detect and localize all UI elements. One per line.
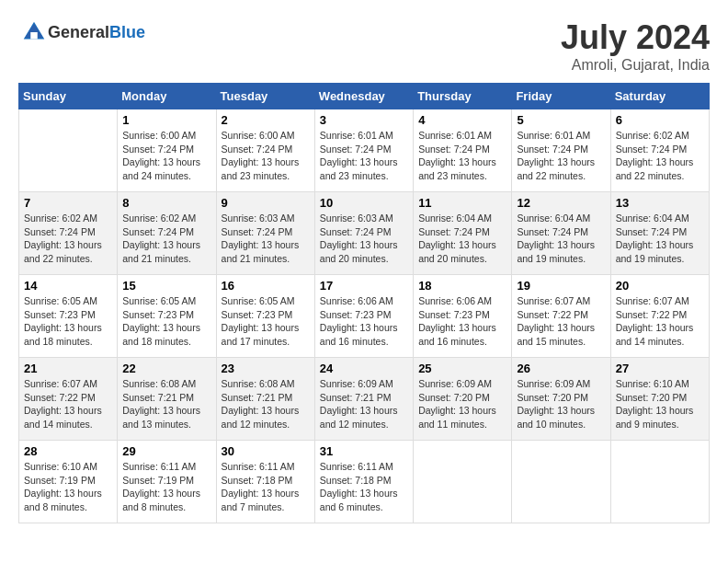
day-number: 22	[122, 362, 210, 375]
day-number: 2	[222, 113, 310, 127]
table-row: 1Sunrise: 6:00 AMSunset: 7:24 PMDaylight…	[118, 109, 216, 192]
day-info: Sunrise: 6:11 AMSunset: 7:18 PMDaylight:…	[222, 460, 310, 514]
table-row: 15Sunrise: 6:05 AMSunset: 7:23 PMDayligh…	[118, 275, 216, 358]
day-number: 23	[222, 362, 310, 375]
table-row: 29Sunrise: 6:11 AMSunset: 7:19 PMDayligh…	[118, 441, 216, 523]
table-row: 9Sunrise: 6:03 AMSunset: 7:24 PMDaylight…	[216, 192, 314, 275]
header-saturday: Saturday	[610, 84, 709, 109]
day-info: Sunrise: 6:01 AMSunset: 7:24 PMDaylight:…	[418, 129, 506, 183]
calendar-table: Sunday Monday Tuesday Wednesday Thursday…	[18, 83, 710, 523]
day-info: Sunrise: 6:04 AMSunset: 7:24 PMDaylight:…	[517, 212, 605, 266]
logo-icon	[20, 18, 48, 46]
title-section: July 2024 Amroli, Gujarat, India	[561, 18, 710, 74]
day-number: 1	[122, 113, 210, 127]
table-row: 25Sunrise: 6:09 AMSunset: 7:20 PMDayligh…	[414, 358, 512, 441]
day-info: Sunrise: 6:07 AMSunset: 7:22 PMDaylight:…	[616, 294, 704, 349]
day-number: 15	[122, 279, 210, 293]
table-row: 11Sunrise: 6:04 AMSunset: 7:24 PMDayligh…	[414, 192, 512, 275]
day-number: 27	[616, 362, 704, 375]
logo-blue: Blue	[109, 23, 145, 41]
day-info: Sunrise: 6:02 AMSunset: 7:24 PMDaylight:…	[616, 129, 704, 183]
day-info: Sunrise: 6:05 AMSunset: 7:23 PMDaylight:…	[222, 294, 310, 349]
day-info: Sunrise: 6:07 AMSunset: 7:22 PMDaylight:…	[24, 377, 112, 431]
table-row: 6Sunrise: 6:02 AMSunset: 7:24 PMDaylight…	[610, 109, 709, 192]
calendar-header-row: Sunday Monday Tuesday Wednesday Thursday…	[19, 84, 710, 109]
day-info: Sunrise: 6:09 AMSunset: 7:20 PMDaylight:…	[418, 377, 506, 431]
header-wednesday: Wednesday	[314, 84, 413, 109]
table-row: 17Sunrise: 6:06 AMSunset: 7:23 PMDayligh…	[314, 275, 413, 358]
day-number: 8	[122, 196, 210, 210]
header-tuesday: Tuesday	[216, 84, 314, 109]
day-info: Sunrise: 6:03 AMSunset: 7:24 PMDaylight:…	[320, 212, 408, 266]
calendar-week-row: 1Sunrise: 6:00 AMSunset: 7:24 PMDaylight…	[19, 109, 710, 192]
table-row: 23Sunrise: 6:08 AMSunset: 7:21 PMDayligh…	[216, 358, 314, 441]
header-monday: Monday	[118, 84, 216, 109]
day-number: 20	[616, 279, 704, 293]
day-info: Sunrise: 6:11 AMSunset: 7:19 PMDaylight:…	[122, 460, 210, 514]
day-number: 6	[616, 113, 704, 127]
day-info: Sunrise: 6:06 AMSunset: 7:23 PMDaylight:…	[320, 294, 408, 349]
table-row: 12Sunrise: 6:04 AMSunset: 7:24 PMDayligh…	[512, 192, 610, 275]
day-number: 28	[24, 444, 112, 458]
day-info: Sunrise: 6:01 AMSunset: 7:24 PMDaylight:…	[320, 129, 408, 183]
day-info: Sunrise: 6:08 AMSunset: 7:21 PMDaylight:…	[222, 377, 310, 431]
calendar-week-row: 21Sunrise: 6:07 AMSunset: 7:22 PMDayligh…	[19, 358, 710, 441]
day-number: 31	[320, 444, 408, 458]
day-info: Sunrise: 6:11 AMSunset: 7:18 PMDaylight:…	[320, 460, 408, 514]
day-number: 4	[418, 113, 506, 127]
table-row: 14Sunrise: 6:05 AMSunset: 7:23 PMDayligh…	[19, 275, 118, 358]
logo-text: GeneralBlue	[48, 23, 145, 42]
day-number: 3	[320, 113, 408, 127]
table-row: 27Sunrise: 6:10 AMSunset: 7:20 PMDayligh…	[610, 358, 709, 441]
logo-general: General	[48, 23, 109, 41]
table-row: 7Sunrise: 6:02 AMSunset: 7:24 PMDaylight…	[19, 192, 118, 275]
table-row: 21Sunrise: 6:07 AMSunset: 7:22 PMDayligh…	[19, 358, 118, 441]
page-header: GeneralBlue July 2024 Amroli, Gujarat, I…	[18, 18, 710, 74]
day-number: 17	[320, 279, 408, 293]
day-info: Sunrise: 6:07 AMSunset: 7:22 PMDaylight:…	[517, 294, 605, 349]
table-row	[414, 441, 512, 523]
day-number: 9	[222, 196, 310, 210]
table-row: 19Sunrise: 6:07 AMSunset: 7:22 PMDayligh…	[512, 275, 610, 358]
day-info: Sunrise: 6:03 AMSunset: 7:24 PMDaylight:…	[222, 212, 310, 266]
table-row: 16Sunrise: 6:05 AMSunset: 7:23 PMDayligh…	[216, 275, 314, 358]
table-row	[610, 441, 709, 523]
table-row: 5Sunrise: 6:01 AMSunset: 7:24 PMDaylight…	[512, 109, 610, 192]
day-number: 13	[616, 196, 704, 210]
table-row: 20Sunrise: 6:07 AMSunset: 7:22 PMDayligh…	[610, 275, 709, 358]
day-number: 10	[320, 196, 408, 210]
day-info: Sunrise: 6:02 AMSunset: 7:24 PMDaylight:…	[122, 212, 210, 266]
day-number: 14	[24, 279, 112, 293]
table-row: 3Sunrise: 6:01 AMSunset: 7:24 PMDaylight…	[314, 109, 413, 192]
table-row	[19, 109, 118, 192]
header-sunday: Sunday	[19, 84, 118, 109]
table-row	[512, 441, 610, 523]
table-row: 28Sunrise: 6:10 AMSunset: 7:19 PMDayligh…	[19, 441, 118, 523]
day-number: 25	[418, 362, 506, 375]
table-row: 24Sunrise: 6:09 AMSunset: 7:21 PMDayligh…	[314, 358, 413, 441]
day-number: 5	[517, 113, 605, 127]
day-number: 16	[222, 279, 310, 293]
day-info: Sunrise: 6:04 AMSunset: 7:24 PMDaylight:…	[418, 212, 506, 266]
svg-rect-2	[30, 32, 38, 40]
day-number: 11	[418, 196, 506, 210]
header-friday: Friday	[512, 84, 610, 109]
day-number: 26	[517, 362, 605, 375]
calendar-week-row: 14Sunrise: 6:05 AMSunset: 7:23 PMDayligh…	[19, 275, 710, 358]
day-number: 7	[24, 196, 112, 210]
day-info: Sunrise: 6:00 AMSunset: 7:24 PMDaylight:…	[222, 129, 310, 183]
day-info: Sunrise: 6:00 AMSunset: 7:24 PMDaylight:…	[122, 129, 210, 183]
table-row: 31Sunrise: 6:11 AMSunset: 7:18 PMDayligh…	[314, 441, 413, 523]
table-row: 10Sunrise: 6:03 AMSunset: 7:24 PMDayligh…	[314, 192, 413, 275]
table-row: 30Sunrise: 6:11 AMSunset: 7:18 PMDayligh…	[216, 441, 314, 523]
table-row: 22Sunrise: 6:08 AMSunset: 7:21 PMDayligh…	[118, 358, 216, 441]
table-row: 8Sunrise: 6:02 AMSunset: 7:24 PMDaylight…	[118, 192, 216, 275]
day-number: 12	[517, 196, 605, 210]
day-number: 21	[24, 362, 112, 375]
table-row: 2Sunrise: 6:00 AMSunset: 7:24 PMDaylight…	[216, 109, 314, 192]
main-title: July 2024	[561, 18, 710, 57]
day-info: Sunrise: 6:05 AMSunset: 7:23 PMDaylight:…	[122, 294, 210, 349]
day-info: Sunrise: 6:04 AMSunset: 7:24 PMDaylight:…	[616, 212, 704, 266]
logo: GeneralBlue	[18, 18, 145, 46]
day-info: Sunrise: 6:09 AMSunset: 7:20 PMDaylight:…	[517, 377, 605, 431]
